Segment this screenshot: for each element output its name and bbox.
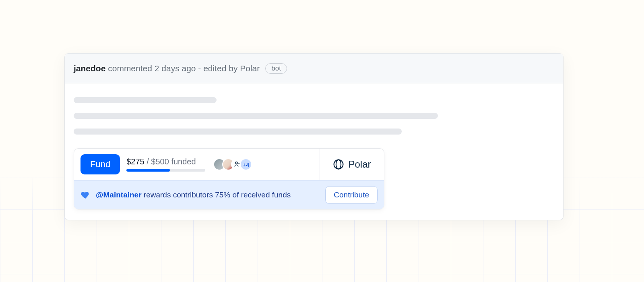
text-placeholder — [74, 97, 217, 103]
text-placeholder — [74, 113, 438, 119]
funding-top-row: Fund $275 / $500 funded — [74, 149, 384, 180]
comment-card: janedoe commented 2 days ago - edited by… — [64, 53, 564, 220]
heart-icon — [80, 190, 90, 200]
text-placeholder — [74, 129, 402, 135]
polar-logo-icon — [333, 159, 344, 170]
comment-meta: commented 2 days ago - edited by Polar — [108, 64, 260, 73]
amount-goal: / $500 funded — [144, 157, 196, 166]
reward-suffix: rewards contributors 75% of received fun… — [142, 191, 291, 199]
amount-raised: $275 — [126, 157, 144, 166]
funding-progress-block: $275 / $500 funded — [126, 157, 205, 172]
backer-avatars: +4 — [213, 158, 252, 170]
contribute-button[interactable]: Contribute — [325, 186, 378, 204]
funding-amounts: $275 / $500 funded — [126, 157, 205, 166]
reward-row: @Maintainer rewards contributors 75% of … — [74, 180, 384, 209]
polar-brand-name: Polar — [348, 159, 371, 170]
svg-point-2 — [336, 160, 341, 169]
comment-author[interactable]: janedoe — [74, 64, 105, 73]
progress-bar — [126, 169, 205, 172]
fund-button[interactable]: Fund — [80, 154, 120, 174]
more-backers-badge[interactable]: +4 — [240, 158, 252, 170]
comment-body: Fund $275 / $500 funded — [65, 83, 563, 220]
progress-fill — [126, 169, 170, 172]
reward-text: @Maintainer rewards contributors 75% of … — [96, 191, 320, 199]
svg-point-1 — [334, 160, 343, 169]
maintainer-handle[interactable]: @Maintainer — [96, 191, 142, 199]
bot-badge: bot — [265, 63, 287, 74]
funding-widget: Fund $275 / $500 funded — [74, 148, 384, 209]
comment-header: janedoe commented 2 days ago - edited by… — [65, 54, 563, 83]
funding-info: Fund $275 / $500 funded — [74, 149, 320, 180]
svg-point-0 — [235, 162, 237, 164]
polar-brand[interactable]: Polar — [320, 149, 384, 180]
